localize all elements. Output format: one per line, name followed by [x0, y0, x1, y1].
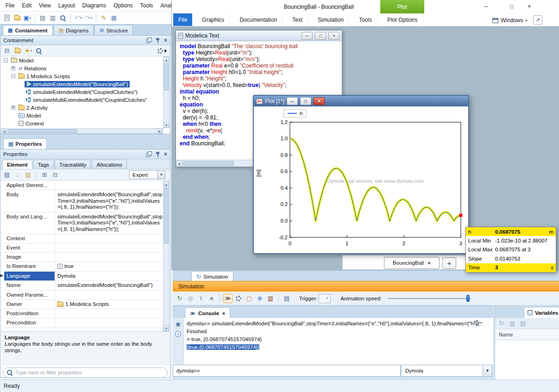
expander-icon[interactable]: + — [11, 106, 15, 110]
property-value[interactable]: simulateExtendedModel("BouncingBall") — [55, 281, 163, 290]
close-tab-icon[interactable]: × — [222, 311, 225, 316]
tree-node[interactable]: +2.Activity — [1, 104, 163, 112]
close-icon[interactable]: × — [314, 97, 325, 105]
property-value[interactable]: simulateExtendedModel("BouncingBall",sto… — [55, 212, 163, 234]
property-row-context[interactable]: Context — [4, 234, 163, 243]
trigger-select[interactable]: ▼ — [319, 294, 331, 303]
tree-hscrollbar[interactable]: ◄ ► — [1, 128, 163, 134]
property-value[interactable] — [55, 243, 163, 252]
maximize-icon[interactable]: □ — [315, 32, 326, 40]
expander-icon[interactable]: - — [4, 58, 8, 62]
info-icon[interactable]: i — [175, 331, 181, 337]
console-selected-text[interactable]: [true,{0.06870745157045974}] — [187, 344, 259, 350]
property-row-owned-parame[interactable]: Owned Parame... — [4, 291, 163, 300]
dymola-titlebar[interactable]: BouncingBall - BouncingBall Plot ─ □ × — [172, 0, 559, 13]
add-plot-tab-button[interactable]: + — [442, 257, 456, 269]
property-value[interactable] — [55, 234, 163, 243]
property-value[interactable]: simulateExtendedModel("BouncingBall",sto… — [55, 190, 163, 212]
scroll-thumb[interactable] — [183, 161, 234, 166]
undo-icon[interactable]: ↶▾ — [74, 13, 83, 23]
float-panel-icon[interactable] — [146, 37, 152, 43]
tab-tags[interactable]: Tags — [33, 160, 54, 169]
maximize-icon[interactable]: □ — [505, 1, 518, 11]
tab-containment[interactable]: ▦Containment — [3, 25, 53, 35]
checkbox-checked-icon[interactable]: ✓ — [57, 264, 63, 269]
export-icon[interactable]: ▤ — [518, 319, 528, 328]
tree-node[interactable]: Context — [1, 119, 163, 127]
float-panel-icon[interactable] — [146, 151, 152, 157]
ribbon-tab-tools[interactable]: Tools — [354, 13, 377, 26]
close-panel-icon[interactable]: × — [164, 151, 167, 157]
chevron-down-icon[interactable]: ▼ — [157, 171, 165, 179]
open-icon[interactable] — [13, 13, 22, 23]
scroll-up-icon[interactable]: ▲ — [163, 181, 169, 187]
menu-diagrams[interactable]: Diagrams — [79, 0, 110, 11]
scroll-down-icon[interactable]: ▼ — [163, 325, 169, 331]
gear-icon[interactable] — [234, 294, 243, 303]
annotation-icon[interactable]: ✎ — [99, 13, 108, 23]
windows-menu[interactable]: Windows ▾ — [492, 15, 528, 25]
properties-filter[interactable] — [3, 367, 168, 378]
tree-node[interactable]: simulateMultiExtendedModel("CoupledClutc… — [1, 96, 163, 104]
close-icon[interactable]: × — [328, 32, 339, 40]
favorites-icon[interactable]: ★▾ — [24, 46, 33, 56]
minimize-icon[interactable]: ─ — [287, 97, 298, 105]
search-icon[interactable] — [34, 46, 44, 56]
description-icon[interactable]: ▥ — [24, 170, 33, 180]
close-tab-icon[interactable]: × — [427, 260, 431, 266]
console-settings[interactable]: ▾ — [474, 320, 482, 325]
expand-all-icon[interactable]: ⊞ — [40, 170, 49, 180]
property-value[interactable] — [55, 318, 163, 327]
tab-properties[interactable]: ▤ Properties — [3, 138, 47, 149]
pin-panel-icon[interactable] — [155, 37, 161, 44]
redo-icon[interactable]: ↷▾ — [84, 13, 93, 23]
tab-diagrams[interactable]: ▤Diagrams — [54, 25, 94, 35]
menu-options[interactable]: Options — [110, 0, 136, 11]
scroll-thumb[interactable] — [164, 63, 169, 90]
mode-select[interactable]: Expert▼ — [129, 170, 165, 179]
ribbon-tab-documentation[interactable]: Documentation — [234, 13, 283, 26]
tree-vscrollbar[interactable]: ▲ ▼ — [163, 56, 170, 128]
step-over-icon[interactable]: ≫ — [223, 294, 232, 303]
menu-file[interactable]: File — [2, 0, 18, 11]
print-preview-icon[interactable]: ▥ — [48, 13, 57, 23]
filter-input[interactable] — [15, 370, 164, 375]
ribbon-tab-plot-options[interactable]: Plot Options — [382, 13, 423, 26]
export-icon[interactable]: ▥ — [266, 294, 275, 303]
plot-legend[interactable]: h — [283, 109, 307, 118]
tree-node[interactable]: +⇄Relations — [1, 64, 163, 72]
dymola-plot-mode-tab[interactable]: Plot — [380, 0, 424, 13]
ribbon-tab-graphics[interactable]: Graphics — [197, 13, 230, 26]
maximize-icon[interactable]: □ — [300, 97, 311, 105]
tab-console[interactable]: ≫ Console × — [185, 307, 230, 318]
property-value[interactable]: Dymola — [55, 272, 163, 281]
scroll-left-icon[interactable]: ◄ — [1, 129, 7, 133]
target-icon[interactable]: ◎ — [186, 294, 195, 303]
refresh-icon[interactable]: ↻ — [497, 319, 506, 328]
containment-panel-header[interactable]: Containment × — [0, 36, 170, 45]
console-command-input[interactable] — [173, 368, 400, 373]
export-animation-icon[interactable]: ↻ — [175, 294, 184, 303]
open-diagram-icon[interactable] — [13, 46, 22, 56]
ribbon-tab-text[interactable]: Text — [287, 13, 308, 26]
property-value[interactable] — [55, 181, 163, 190]
tab-traceability[interactable]: Traceability — [55, 160, 91, 169]
tree-node[interactable]: -1.Modelica Scripts — [1, 72, 163, 80]
scroll-up-icon[interactable]: ▲ — [163, 57, 169, 62]
columns-icon[interactable]: ▥ — [508, 319, 517, 328]
close-icon[interactable]: × — [523, 1, 536, 11]
new-file-icon[interactable] — [2, 13, 12, 23]
component-icon[interactable]: ▦ — [109, 13, 119, 23]
tab-structure[interactable]: ⊞Structure — [94, 25, 133, 35]
popout-icon[interactable]: ↗ — [533, 15, 542, 25]
tree-node[interactable]: simulateExtendedModel("BouncingBall") — [1, 80, 163, 88]
property-value[interactable] — [55, 291, 163, 299]
pin-output-icon[interactable]: ▣ — [175, 320, 182, 328]
tab-simulation[interactable]: ↻ Simulation — [191, 271, 233, 281]
zoom-icon[interactable] — [58, 13, 68, 23]
scroll-thumb[interactable] — [164, 188, 169, 243]
animation-speed-slider[interactable] — [388, 294, 471, 303]
variables-list[interactable] — [495, 340, 559, 380]
categorized-view-icon[interactable]: ▤ — [2, 170, 12, 180]
pause-icon[interactable]: ‖ — [196, 294, 206, 303]
